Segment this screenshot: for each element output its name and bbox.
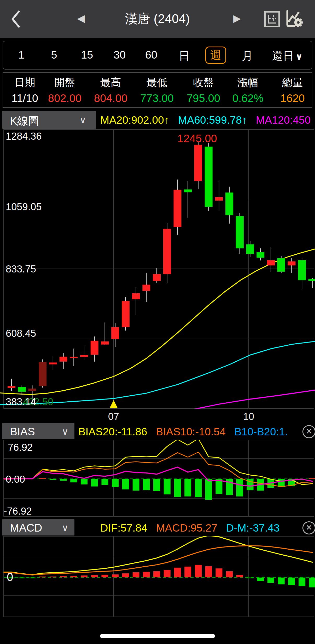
quote-change: 0.62%: [232, 92, 263, 105]
kchart-type-label: K線圖: [10, 114, 39, 128]
next-stock-icon[interactable]: ▶: [233, 13, 241, 24]
price-axis-label: 608.45: [6, 328, 36, 339]
ma20-legend: MA20:902.00↑: [100, 114, 169, 126]
ma60-legend: MA60:599.78↑: [178, 114, 247, 126]
timeframe-15[interactable]: 15: [81, 49, 93, 61]
chevron-down-icon: ∨: [62, 426, 68, 437]
bias-chart[interactable]: [0, 440, 315, 517]
bias-axis-label: -76.92: [4, 506, 32, 517]
price-axis-label: 383.14: [6, 396, 36, 408]
macd-zero-label: 0: [7, 571, 13, 584]
dif-legend: DIF:57.84: [100, 522, 147, 534]
bias10-legend: BIAS10:-10.54: [156, 426, 226, 438]
quote-open: 802.00: [48, 92, 81, 105]
price-axis-label: 1059.05: [6, 201, 42, 213]
bias-legend: BIAS20:-11.86 BIAS10:-10.54 B10-B20:1.: [78, 426, 299, 438]
kchart-type-dropdown[interactable]: K線圖 ∨: [2, 111, 96, 129]
top-nav-bar: ◀ 漢唐 (2404) ▶: [0, 0, 315, 38]
quote-close: 795.00: [187, 92, 220, 105]
timeframe-1[interactable]: 1: [18, 49, 24, 61]
timeframe-month[interactable]: 月: [242, 49, 253, 63]
bias20-legend: BIAS20:-11.86: [78, 426, 147, 438]
col-header-close: 收盤: [193, 75, 214, 90]
macd-legend: DIF:57.84 MACD:95.27 D-M:-37.43: [100, 522, 299, 534]
bias-label: BIAS: [10, 425, 35, 438]
col-header-date: 日期: [14, 75, 35, 90]
macd-indicator-dropdown[interactable]: MACD ∨: [2, 519, 74, 535]
col-header-high: 最高: [100, 75, 121, 90]
candlestick-chart[interactable]: [0, 129, 315, 409]
page-title: 漢唐 (2404): [125, 10, 190, 27]
quote-date: 11/10: [11, 92, 38, 105]
timeframe-week-selected[interactable]: 週: [205, 47, 226, 64]
macd-label: MACD: [10, 522, 42, 534]
kline-settings-icon[interactable]: [285, 10, 304, 28]
timeframe-5[interactable]: 5: [51, 49, 57, 61]
col-header-open: 開盤: [54, 75, 75, 90]
chart-layout-icon[interactable]: [264, 11, 280, 27]
prev-stock-icon[interactable]: ◀: [77, 13, 85, 24]
col-header-volume: 總量: [282, 75, 303, 90]
chevron-down-icon: ∨: [79, 115, 86, 126]
d-m-legend: D-M:-37.43: [226, 522, 280, 534]
quote-high: 804.00: [94, 92, 127, 105]
b10-b20-legend: B10-B20:1.: [234, 426, 288, 438]
x-axis-label-07: 07: [108, 411, 119, 422]
ma120-legend: MA120:450: [256, 114, 311, 126]
bias-axis-label: 0.00: [6, 474, 25, 485]
x-axis-label-10: 10: [243, 411, 254, 422]
bias-indicator-dropdown[interactable]: BIAS ∨: [2, 423, 74, 439]
macd-chart[interactable]: [0, 536, 315, 617]
timeframe-restore-dropdown[interactable]: 還日∨: [272, 49, 303, 63]
chevron-down-icon: ∨: [62, 522, 68, 533]
bias-axis-label: 76.92: [8, 442, 33, 453]
price-axis-label: 1284.36: [6, 131, 42, 142]
quote-low: 773.00: [140, 92, 174, 105]
quote-volume: 1620: [280, 92, 305, 105]
col-header-low: 最低: [147, 75, 167, 90]
high-price-annotation: 1245.00: [177, 132, 217, 145]
timeframe-30[interactable]: 30: [114, 49, 126, 61]
timeframe-bar: [3, 41, 312, 70]
macd-value-legend: MACD:95.27: [156, 522, 217, 534]
col-header-change: 漲幅: [237, 75, 258, 90]
timeframe-60[interactable]: 60: [145, 49, 158, 61]
back-icon[interactable]: [10, 10, 21, 28]
restore-label: 還日: [272, 50, 294, 62]
timeframe-day[interactable]: 日: [179, 49, 190, 63]
chevron-down-icon: ∨: [295, 52, 303, 61]
ma-legend: MA20:902.00↑ MA60:599.78↑ MA120:450: [100, 114, 315, 126]
price-axis-label: 833.75: [6, 264, 36, 275]
home-indicator[interactable]: [100, 634, 215, 638]
close-bias-pane-button[interactable]: ✕: [302, 425, 315, 438]
close-macd-pane-button[interactable]: ✕: [302, 521, 315, 534]
